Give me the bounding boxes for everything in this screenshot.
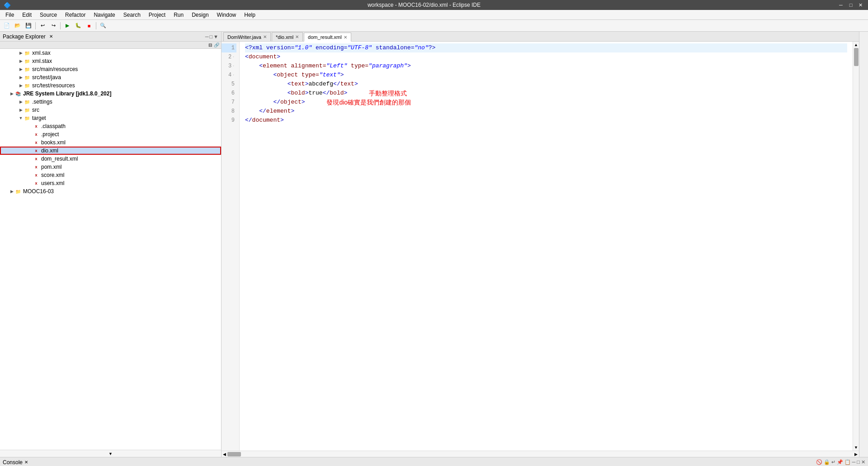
tree-item-6[interactable]: ▶📁.settings [0,98,221,106]
code-part [245,71,273,78]
toolbar-stop[interactable]: ■ [84,21,94,30]
tree-toggle-0[interactable]: ▶ [18,51,24,55]
sidebar-view-menu-icon[interactable]: ▼ [213,34,218,39]
tree-item-9[interactable]: x.classpath [0,122,221,130]
fold-indicator-3[interactable]: · [232,62,235,71]
sidebar-maximize-icon[interactable]: □ [209,34,212,39]
toolbar-debug[interactable]: 🐛 [73,21,83,30]
menu-item-run[interactable]: Run [170,11,187,19]
tree-item-14[interactable]: xpom.xml [0,163,221,171]
editor-tab-0[interactable]: DomWriter.java✕ [223,32,271,41]
sidebar-close-icon[interactable]: ✕ [49,34,53,39]
tree-item-12[interactable]: xdio.xml [0,147,221,155]
console-pin-icon[interactable]: 📌 [837,459,843,465]
tree-item-0[interactable]: ▶📁xml.sax [0,49,221,57]
menu-item-refactor[interactable]: Refactor [61,11,89,19]
console-header: Console ✕ 🚫 🔒 ↵ 📌 📋 ─ □ ✕ [0,457,868,466]
menu-item-edit[interactable]: Edit [19,11,35,19]
toolbar-new[interactable]: 📄 [2,21,12,30]
menu-item-help[interactable]: Help [241,11,259,19]
tab-close-0[interactable]: ✕ [263,34,267,39]
menu-item-source[interactable]: Source [36,11,61,19]
line-num-9: 9 [222,116,236,125]
tree-item-3[interactable]: ▶📁src/test/java [0,73,221,81]
editor-tab-1[interactable]: *dio.xml✕ [272,32,303,41]
hscroll-thumb[interactable] [227,452,241,456]
hscroll-right-icon[interactable]: ▶ [853,452,859,456]
code-editor[interactable]: 12·3·4·56789 <?xml version="1.0" encodin… [222,42,859,451]
menu-item-design[interactable]: Design [188,11,212,19]
tree-toggle-8[interactable]: ▼ [18,116,24,120]
tab-close-2[interactable]: ✕ [344,35,347,40]
tree-item-15[interactable]: xscore.xml [0,171,221,179]
console-minimize-icon[interactable]: ─ [852,459,856,465]
tab-close-1[interactable]: ✕ [295,34,299,39]
sidebar-tree[interactable]: ▶📁xml.sax▶📁xml.stax▶📁src/main/resources▶… [0,49,221,450]
line-num-6: 6 [222,89,236,98]
tree-toggle-17[interactable]: ▶ [9,189,14,194]
console-word-wrap-icon[interactable]: ↵ [831,459,835,465]
console-clear-icon[interactable]: 🚫 [816,459,822,465]
toolbar-save[interactable]: 💾 [24,21,33,30]
code-part: abcdefg [308,81,333,87]
tree-toggle-3[interactable]: ▶ [18,75,24,80]
console-scroll-lock-icon[interactable]: 🔒 [824,459,830,465]
menu-item-window[interactable]: Window [213,11,240,19]
tree-item-2[interactable]: ▶📁src/main/resources [0,65,221,73]
tree-toggle-4[interactable]: ▶ [18,83,24,88]
console-new-icon[interactable]: 📋 [844,459,851,465]
code-part: "1.0" [294,44,312,51]
vscroll-down-icon[interactable]: ▼ [854,445,858,450]
code-part: <?xml version= [245,44,294,51]
toolbar-redo[interactable]: ↪ [48,21,58,30]
code-part: object [280,99,302,105]
close-button[interactable]: ✕ [857,1,864,9]
tree-toggle-7[interactable]: ▶ [18,108,24,112]
fold-indicator-2[interactable]: · [232,52,235,62]
menu-item-search[interactable]: Search [120,11,144,19]
tree-toggle-1[interactable]: ▶ [18,59,24,63]
tree-item-13[interactable]: xdom_result.xml [0,155,221,163]
line-numbers: 12·3·4·56789 [222,42,240,451]
tree-item-1[interactable]: ▶📁xml.stax [0,57,221,65]
editor-hscrollbar[interactable]: ◀ ▶ [222,451,859,457]
tree-item-10[interactable]: x.project [0,130,221,138]
tree-item-7[interactable]: ▶📁src [0,106,221,114]
menu-item-navigate[interactable]: Navigate [90,11,118,19]
menu-item-project[interactable]: Project [145,11,169,19]
tree-item-4[interactable]: ▶📁src/test/resources [0,81,221,90]
sidebar-collapse-all[interactable]: ⊟ [208,43,212,48]
console-close-icon[interactable]: ✕ [24,460,28,465]
tree-toggle-2[interactable]: ▶ [18,67,24,71]
hscroll-left-icon[interactable]: ◀ [222,452,227,456]
tree-toggle-5[interactable]: ▶ [9,91,14,96]
toolbar-search[interactable]: 🔍 [98,21,108,30]
editor-tab-2[interactable]: dom_result.xml✕ [304,33,351,42]
tree-item-17[interactable]: ▶📁MOOC16-03 [0,187,221,195]
console-close2-icon[interactable]: ✕ [861,459,865,465]
vscroll-up-icon[interactable]: ▲ [854,43,858,47]
code-content[interactable]: <?xml version="1.0" encoding="UTF-8" sta… [240,42,853,451]
tree-item-16[interactable]: xusers.xml [0,179,221,187]
tree-item-11[interactable]: xbooks.xml [0,138,221,147]
vscroll-thumb[interactable] [854,48,859,66]
tree-toggle-6[interactable]: ▶ [18,100,24,104]
tree-item-5[interactable]: ▶📚JRE System Library [jdk1.8.0_202] [0,90,221,98]
sidebar-scroll-down-icon[interactable]: ▼ [108,452,113,456]
code-part [245,81,288,87]
code-part: ?> [429,44,436,51]
tree-item-8[interactable]: ▼📁target [0,114,221,122]
maximize-button[interactable]: □ [847,1,854,9]
console-maximize-icon[interactable]: □ [857,459,860,465]
sidebar-link-with-editor[interactable]: 🔗 [214,43,219,48]
toolbar-undo[interactable]: ↩ [38,21,47,30]
menu-item-file[interactable]: File [2,11,18,19]
sidebar-header-left: Package Explorer ✕ [3,33,53,40]
toolbar-open[interactable]: 📂 [13,21,23,30]
minimize-button[interactable]: ─ [837,1,844,9]
fold-indicator-4[interactable]: · [232,71,235,80]
tree-icon-2: 📁 [24,66,31,73]
toolbar-run[interactable]: ▶ [62,21,72,30]
sidebar-minimize-icon[interactable]: ─ [205,34,209,39]
editor-vscrollbar[interactable]: ▲ ▼ [853,42,859,451]
